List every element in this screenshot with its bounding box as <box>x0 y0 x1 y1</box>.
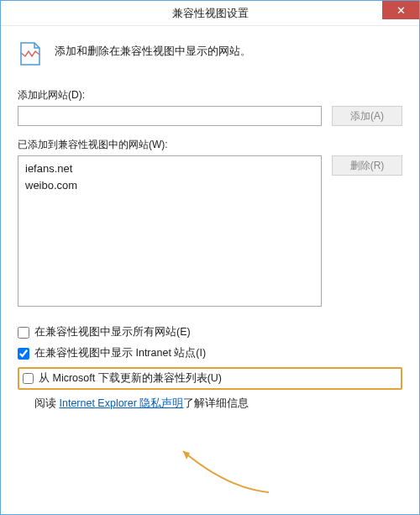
annotation-arrow-icon <box>176 446 277 497</box>
checkbox-show-all-label: 在兼容性视图中显示所有网站(E) <box>34 325 191 339</box>
list-label: 已添加到兼容性视图中的网站(W): <box>18 138 402 152</box>
add-site-input[interactable] <box>18 106 322 126</box>
broken-page-icon <box>18 41 43 66</box>
remove-button[interactable]: 删除(R) <box>332 155 402 176</box>
list-item[interactable]: iefans.net <box>25 160 314 177</box>
sites-listbox[interactable]: iefans.net weibo.com <box>18 155 322 307</box>
list-item[interactable]: weibo.com <box>25 177 314 194</box>
privacy-prefix: 阅读 <box>34 397 59 409</box>
add-row: 添加(A) <box>18 106 402 126</box>
dialog-content: 添加和删除在兼容性视图中显示的网站。 添加此网站(D): 添加(A) 已添加到兼… <box>1 26 419 514</box>
add-label: 添加此网站(D): <box>18 88 402 102</box>
checkbox-show-intranet-label: 在兼容性视图中显示 Intranet 站点(I) <box>34 346 206 360</box>
checkbox-show-intranet[interactable]: 在兼容性视图中显示 Intranet 站点(I) <box>18 346 402 360</box>
close-icon: ✕ <box>396 4 406 17</box>
titlebar: 兼容性视图设置 ✕ <box>1 1 419 26</box>
checkbox-show-intranet-input[interactable] <box>18 348 29 360</box>
add-button[interactable]: 添加(A) <box>332 106 402 126</box>
privacy-suffix: 了解详细信息 <box>183 397 249 409</box>
svg-marker-1 <box>183 451 190 460</box>
checkbox-show-all-input[interactable] <box>18 327 29 339</box>
checkbox-download-list-label: 从 Microsoft 下载更新的兼容性列表(U) <box>39 371 222 386</box>
privacy-row: 阅读 Internet Explorer 隐私声明了解详细信息 <box>18 397 402 411</box>
header-description: 添加和删除在兼容性视图中显示的网站。 <box>55 41 251 60</box>
dialog-window: 兼容性视图设置 ✕ 添加和删除在兼容性视图中显示的网站。 添加此网站(D): 添… <box>0 0 420 515</box>
checkbox-download-list-input[interactable] <box>23 373 34 384</box>
checkbox-show-all[interactable]: 在兼容性视图中显示所有网站(E) <box>18 325 402 339</box>
checkbox-download-list[interactable]: 从 Microsoft 下载更新的兼容性列表(U) <box>18 367 402 390</box>
privacy-link[interactable]: Internet Explorer 隐私声明 <box>59 397 183 409</box>
window-title: 兼容性视图设置 <box>1 6 419 21</box>
close-button[interactable]: ✕ <box>382 1 419 19</box>
list-row: iefans.net weibo.com 删除(R) <box>18 155 402 307</box>
header-row: 添加和删除在兼容性视图中显示的网站。 <box>18 38 402 66</box>
